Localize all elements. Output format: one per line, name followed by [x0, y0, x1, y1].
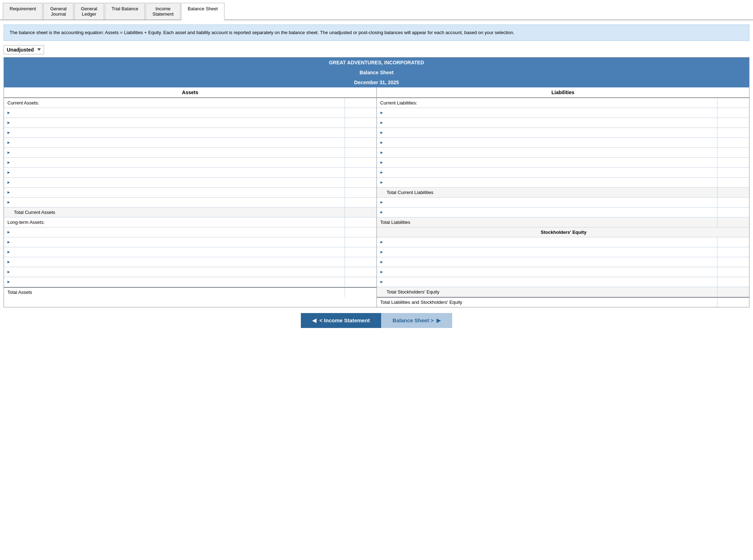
asset-amount-5[interactable]: [345, 148, 376, 157]
asset-label-5[interactable]: [4, 148, 345, 157]
liab-amount-4[interactable]: [717, 138, 749, 147]
lt-asset-label-5[interactable]: [4, 267, 345, 277]
liab-amount-7[interactable]: [717, 168, 749, 177]
equity-amount-4[interactable]: [717, 267, 749, 277]
asset-label-3[interactable]: [4, 128, 345, 138]
long-term-assets-header-row: Long-term Assets:: [4, 217, 376, 227]
asset-amount-2[interactable]: [345, 118, 376, 128]
lt-asset-amount-5[interactable]: [345, 267, 376, 277]
total-stockholders-equity-row: Total Stockholders' Equity: [377, 287, 749, 297]
liab-label-7[interactable]: [377, 168, 717, 177]
equity-amount-2[interactable]: [717, 247, 749, 257]
asset-amount-4[interactable]: [345, 138, 376, 147]
lt-liab-label-1[interactable]: [377, 198, 717, 207]
lt-asset-amount-1[interactable]: [345, 227, 376, 237]
equity-label-2[interactable]: [377, 247, 717, 257]
current-assets-amount[interactable]: [345, 98, 376, 108]
total-liabilities-equity-amount[interactable]: [717, 298, 749, 307]
liab-label-1[interactable]: [377, 108, 717, 118]
liab-amount-6[interactable]: [717, 158, 749, 167]
asset-amount-7[interactable]: [345, 168, 376, 177]
asset-amount-8[interactable]: [345, 178, 376, 187]
liab-amount-5[interactable]: [717, 148, 749, 157]
balance-sheet-button[interactable]: Balance Sheet > ▶: [381, 313, 452, 328]
equity-row-3: [377, 257, 749, 267]
liabilities-header: Liabilities: [377, 87, 749, 97]
asset-label-1[interactable]: [4, 108, 345, 118]
total-stockholders-equity-label: Total Stockholders' Equity: [377, 287, 717, 297]
equity-amount-3[interactable]: [717, 257, 749, 267]
asset-label-7[interactable]: [4, 168, 345, 177]
equity-amount-5[interactable]: [717, 277, 749, 287]
lt-asset-label-2[interactable]: [4, 237, 345, 247]
lt-asset-label-6[interactable]: [4, 277, 345, 287]
total-assets-amount[interactable]: [345, 288, 376, 297]
asset-label-8[interactable]: [4, 178, 345, 187]
asset-label-2[interactable]: [4, 118, 345, 128]
current-liabilities-label: Current Liabilities:: [377, 98, 717, 108]
asset-label-9[interactable]: [4, 188, 345, 197]
total-stockholders-equity-amount[interactable]: [717, 287, 749, 297]
tab-general-journal[interactable]: GeneralJournal: [43, 3, 73, 20]
equity-label-4[interactable]: [377, 267, 717, 277]
total-liabilities-equity-row: Total Liabilities and Stockholders' Equi…: [377, 297, 749, 307]
tab-general-ledger[interactable]: GeneralLedger: [74, 3, 104, 20]
income-statement-button[interactable]: ◀ < Income Statement: [301, 313, 381, 328]
liab-label-4[interactable]: [377, 138, 717, 147]
long-term-assets-header-amount[interactable]: [345, 217, 376, 227]
balance-sheet-table: GREAT ADVENTURES, INCORPORATED Balance S…: [4, 57, 749, 307]
lt-liab-row-2: [377, 208, 749, 217]
asset-amount-3[interactable]: [345, 128, 376, 138]
liab-label-3[interactable]: [377, 128, 717, 138]
equity-row-5: [377, 277, 749, 287]
lt-liab-amount-2[interactable]: [717, 208, 749, 217]
liab-amount-3[interactable]: [717, 128, 749, 138]
asset-label-10[interactable]: [4, 198, 345, 207]
liab-label-6[interactable]: [377, 158, 717, 167]
lt-asset-amount-6[interactable]: [345, 277, 376, 287]
tab-income-statement[interactable]: IncomeStatement: [146, 3, 180, 20]
asset-amount-1[interactable]: [345, 108, 376, 118]
liab-row-7: [377, 168, 749, 178]
body-container: Current Assets: Total Current Assets: [4, 98, 749, 307]
liab-amount-1[interactable]: [717, 108, 749, 118]
asset-row-5: [4, 148, 376, 158]
tab-balance-sheet[interactable]: Balance Sheet: [181, 3, 225, 20]
equity-label-1[interactable]: [377, 237, 717, 247]
lt-asset-amount-4[interactable]: [345, 257, 376, 267]
liab-row-5: [377, 148, 749, 158]
lt-asset-amount-2[interactable]: [345, 237, 376, 247]
lt-asset-label-3[interactable]: [4, 247, 345, 257]
equity-amount-1[interactable]: [717, 237, 749, 247]
report-title: Balance Sheet: [4, 68, 749, 77]
liab-label-8[interactable]: [377, 178, 717, 187]
asset-amount-10[interactable]: [345, 198, 376, 207]
total-current-assets-amount[interactable]: [345, 208, 376, 217]
lt-asset-label-4[interactable]: [4, 257, 345, 267]
equity-label-5[interactable]: [377, 277, 717, 287]
lt-asset-amount-3[interactable]: [345, 247, 376, 257]
total-liabilities-amount[interactable]: [717, 217, 749, 227]
total-current-liabilities-row: Total Current Liabilities: [377, 188, 749, 198]
asset-label-6[interactable]: [4, 158, 345, 167]
liab-amount-8[interactable]: [717, 178, 749, 187]
asset-amount-6[interactable]: [345, 158, 376, 167]
current-liabilities-header-amount[interactable]: [717, 98, 749, 108]
liab-label-2[interactable]: [377, 118, 717, 128]
tab-requirement[interactable]: Requirement: [3, 3, 43, 20]
lt-asset-row-1: [4, 227, 376, 237]
lt-liab-amount-1[interactable]: [717, 198, 749, 207]
liab-amount-2[interactable]: [717, 118, 749, 128]
equity-label-3[interactable]: [377, 257, 717, 267]
asset-label-4[interactable]: [4, 138, 345, 147]
lt-asset-label-1[interactable]: [4, 227, 345, 237]
asset-amount-9[interactable]: [345, 188, 376, 197]
liab-label-5[interactable]: [377, 148, 717, 157]
liab-row-2: [377, 118, 749, 128]
tab-trial-balance[interactable]: Trial Balance: [105, 3, 145, 20]
total-current-assets-row: Total Current Assets: [4, 208, 376, 217]
lt-liab-label-2[interactable]: [377, 208, 717, 217]
dropdown-row: Unadjusted: [4, 45, 749, 54]
total-current-liabilities-amount[interactable]: [717, 188, 749, 197]
adjustment-dropdown[interactable]: Unadjusted: [4, 45, 44, 54]
